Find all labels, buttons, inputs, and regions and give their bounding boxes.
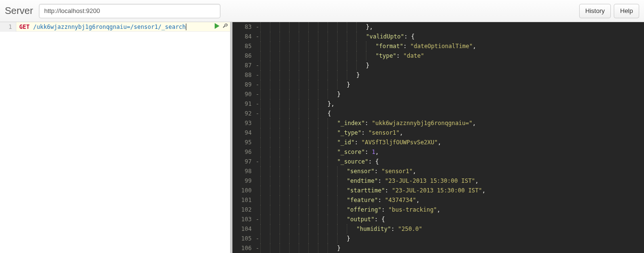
history-button[interactable]: History <box>579 4 611 18</box>
indent-guides <box>260 186 347 195</box>
code-text: } <box>356 70 360 80</box>
fold-marker[interactable]: - <box>255 243 260 253</box>
indent-guides <box>260 89 337 99</box>
fold-marker <box>255 186 260 195</box>
fold-marker[interactable]: - <box>255 89 260 99</box>
fold-marker <box>255 147 260 157</box>
fold-marker <box>255 166 260 176</box>
line-number: 90 <box>232 89 255 99</box>
fold-marker <box>255 118 260 128</box>
run-icon[interactable] <box>215 23 219 29</box>
fold-marker[interactable]: - <box>255 99 260 109</box>
indent-guides <box>260 99 328 109</box>
line-number: 93 <box>232 118 255 128</box>
code-line: 94"_type": "sensor1", <box>232 128 644 138</box>
fold-marker[interactable]: - <box>255 234 260 243</box>
code-line: 95"_id": "AVSfT3ljfOUWPsvSe2XU", <box>232 138 644 147</box>
code-text: "feature": "4374734", <box>347 195 420 205</box>
http-method: GET <box>19 24 30 30</box>
code-text: "starttime": "23-JUL-2013 15:30:00 IST", <box>347 186 486 195</box>
code-line: 100"starttime": "23-JUL-2013 15:30:00 IS… <box>232 186 644 195</box>
fold-marker[interactable]: - <box>255 70 260 80</box>
code-text: } <box>337 243 340 253</box>
code-text: }, <box>328 99 334 109</box>
code-line: 83-}, <box>232 22 644 32</box>
code-text: "endtime": "23-JUL-2013 15:30:00 IST", <box>347 176 479 186</box>
code-line: 85"format": "dateOptionalTime", <box>232 41 644 51</box>
toolbar: Server History Help <box>0 0 644 22</box>
code-line: 99"endtime": "23-JUL-2013 15:30:00 IST", <box>232 176 644 186</box>
response-pane[interactable]: 83-},84-"validUpto": {85"format": "dateO… <box>232 22 644 253</box>
code-text: "_index": "ukk6wjazznnybj1g6ronqgnaiu=", <box>337 118 476 128</box>
code-text: "_type": "sensor1", <box>337 128 403 138</box>
request-path: /ukk6wjazznnybj1g6ronqgnaiu=/sensor1/_se… <box>33 24 186 30</box>
line-number: 94 <box>232 128 255 138</box>
code-line: 86"type": "date" <box>232 51 644 61</box>
fold-marker[interactable]: - <box>255 32 260 41</box>
code-text: "_score": 1, <box>337 147 379 157</box>
fold-marker <box>255 41 260 51</box>
fold-marker <box>255 138 260 147</box>
line-number: 91 <box>232 99 255 109</box>
fold-marker[interactable]: - <box>255 109 260 118</box>
server-label: Server <box>5 5 33 16</box>
wrench-icon[interactable] <box>222 23 228 29</box>
code-text: }, <box>366 22 373 32</box>
server-input[interactable] <box>39 4 220 18</box>
help-button[interactable]: Help <box>614 4 639 18</box>
code-text: "type": "date" <box>376 51 424 61</box>
line-number: 96 <box>232 147 255 157</box>
line-number: 92 <box>232 109 255 118</box>
line-number: 99 <box>232 176 255 186</box>
code-line: 88-} <box>232 70 644 80</box>
code-line: 104"humidity": "250.0" <box>232 224 644 234</box>
request-body[interactable]: GET /ukk6wjazznnybj1g6ronqgnaiu=/sensor1… <box>16 22 230 32</box>
indent-guides <box>260 234 347 243</box>
line-number: 85 <box>232 41 255 51</box>
fold-marker[interactable]: - <box>255 80 260 89</box>
indent-guides <box>260 51 376 61</box>
line-number: 97 <box>232 157 255 166</box>
fold-marker <box>255 195 260 205</box>
code-text: } <box>337 89 340 99</box>
line-number: 95 <box>232 138 255 147</box>
indent-guides <box>260 166 347 176</box>
request-line[interactable]: 1 GET /ukk6wjazznnybj1g6ronqgnaiu=/senso… <box>0 22 230 32</box>
code-line: 101"feature": "4374734", <box>232 195 644 205</box>
code-text: { <box>328 109 331 118</box>
code-line: 102"offering": "bus-tracking", <box>232 205 644 215</box>
indent-guides <box>260 128 337 138</box>
line-number: 101 <box>232 195 255 205</box>
code-line: 96"_score": 1, <box>232 147 644 157</box>
line-number: 104 <box>232 224 255 234</box>
fold-marker[interactable]: - <box>255 215 260 224</box>
line-number: 103 <box>232 215 255 224</box>
fold-marker[interactable]: - <box>255 157 260 166</box>
code-line: 106-} <box>232 243 644 253</box>
code-line: 92-{ <box>232 109 644 118</box>
line-number: 102 <box>232 205 255 215</box>
code-line: 98"sensor": "sensor1", <box>232 166 644 176</box>
code-text: "format": "dateOptionalTime", <box>376 41 476 51</box>
fold-marker[interactable]: - <box>255 61 260 70</box>
indent-guides <box>260 22 366 32</box>
code-line: 84-"validUpto": { <box>232 32 644 41</box>
line-number: 106 <box>232 243 255 253</box>
fold-marker <box>255 205 260 215</box>
indent-guides <box>260 80 347 89</box>
line-number: 84 <box>232 32 255 41</box>
request-pane[interactable]: 1 GET /ukk6wjazznnybj1g6ronqgnaiu=/senso… <box>0 22 232 253</box>
code-line: 105-} <box>232 234 644 243</box>
indent-guides <box>260 118 337 128</box>
fold-marker[interactable]: - <box>255 22 260 32</box>
code-text: "output": { <box>347 215 385 224</box>
code-line: 93"_index": "ukk6wjazznnybj1g6ronqgnaiu=… <box>232 118 644 128</box>
line-number: 100 <box>232 186 255 195</box>
code-text: "validUpto": { <box>366 32 414 41</box>
code-text: "humidity": "250.0" <box>356 224 422 234</box>
code-text: "sensor": "sensor1", <box>347 166 416 176</box>
code-text: "_id": "AVSfT3ljfOUWPsvSe2XU", <box>337 138 441 147</box>
indent-guides <box>260 41 376 51</box>
indent-guides <box>260 195 347 205</box>
code-text: "offering": "bus-tracking", <box>347 205 440 215</box>
